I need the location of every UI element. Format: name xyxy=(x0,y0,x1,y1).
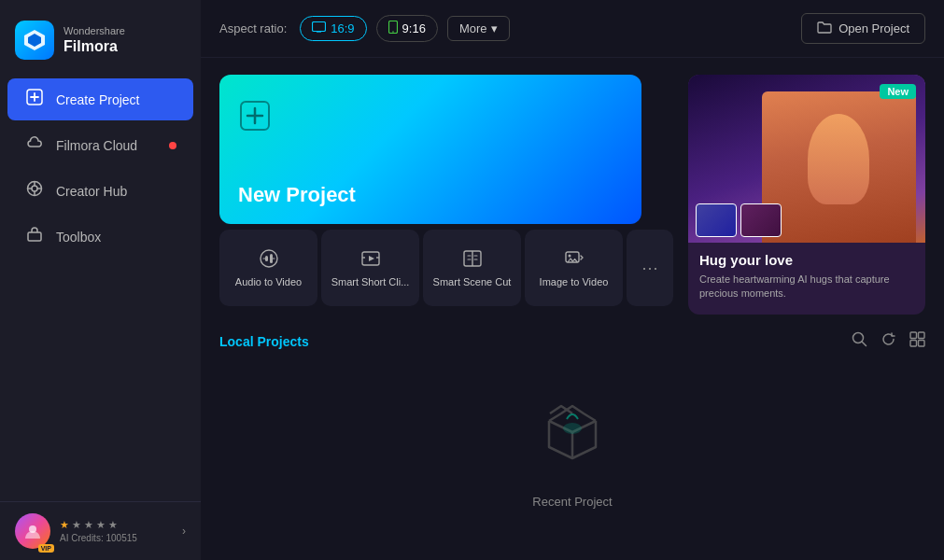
promo-image: New xyxy=(688,75,925,243)
toolbox-icon xyxy=(24,226,45,247)
mobile-icon xyxy=(388,21,398,36)
app-logo-icon xyxy=(15,21,54,60)
promo-card[interactable]: New Hug your love Create heartwarming AI… xyxy=(688,75,925,315)
aspect-ratio-169-button[interactable]: 16:9 xyxy=(300,16,366,41)
refresh-icon[interactable] xyxy=(881,331,896,352)
smart-scene-cut-icon xyxy=(462,248,483,271)
monitor-icon xyxy=(312,21,326,35)
empty-box-icon xyxy=(535,393,610,482)
promo-description: Create heartwarming AI hugs that capture… xyxy=(699,273,914,301)
user-area: VIP ★ ★ ★ ★ ★ AI Credits: 100515 › xyxy=(15,513,186,549)
promo-info: Hug your love Create heartwarming AI hug… xyxy=(688,243,925,311)
image-to-video-icon xyxy=(564,248,585,271)
svg-rect-28 xyxy=(910,332,917,339)
new-project-card[interactable]: New Project xyxy=(219,75,641,224)
promo-thumb-2 xyxy=(740,203,782,237)
feature-card-smart-scene-cut[interactable]: Smart Scene Cut xyxy=(423,230,521,306)
svg-point-14 xyxy=(392,31,394,33)
avatar: VIP xyxy=(15,513,50,549)
audio-to-video-icon xyxy=(259,248,279,271)
empty-state-text: Recent Project xyxy=(532,495,612,509)
app-name: Filmora xyxy=(63,38,125,55)
local-projects-header: Local Projects xyxy=(219,331,925,352)
svg-rect-9 xyxy=(28,232,41,241)
open-project-button[interactable]: Open Project xyxy=(801,13,925,44)
local-projects-title: Local Projects xyxy=(219,334,309,349)
credits-icons: ★ ★ ★ ★ ★ xyxy=(60,519,137,531)
more-features-icon: ⋯ xyxy=(641,258,658,278)
create-project-label: Create Project xyxy=(56,92,139,107)
left-column: New Project Audio to Vide xyxy=(219,75,673,315)
promo-thumb-1 xyxy=(696,203,737,237)
open-project-label: Open Project xyxy=(838,21,909,35)
logo-text: Wondershare Filmora xyxy=(63,25,125,54)
more-features-card[interactable]: ⋯ xyxy=(627,230,673,306)
vip-badge: VIP xyxy=(38,544,54,553)
sidebar-bottom: VIP ★ ★ ★ ★ ★ AI Credits: 100515 › xyxy=(0,501,201,560)
sidebar-item-create-project[interactable]: Create Project xyxy=(7,78,193,120)
smart-short-clip-icon xyxy=(360,248,381,271)
logo-area: Wondershare Filmora xyxy=(0,7,201,77)
aspect-916-label: 9:16 xyxy=(402,21,426,35)
credits-text: AI Credits: 100515 xyxy=(60,533,137,543)
promo-dots xyxy=(688,311,925,315)
new-project-label: New Project xyxy=(238,183,356,207)
feature-card-audio-to-video[interactable]: Audio to Video xyxy=(219,230,317,306)
promo-title: Hug your love xyxy=(699,252,914,268)
creator-hub-icon xyxy=(24,180,45,202)
aspect-169-label: 16:9 xyxy=(331,21,354,35)
local-projects-actions xyxy=(852,331,925,352)
sidebar-item-toolbox[interactable]: Toolbox xyxy=(7,216,193,258)
smart-scene-cut-label: Smart Scene Cut xyxy=(433,276,512,287)
more-button[interactable]: More ▾ xyxy=(447,16,510,41)
brand-name: Wondershare xyxy=(63,25,125,37)
svg-point-25 xyxy=(568,255,571,258)
create-project-icon xyxy=(24,89,45,110)
topbar: Aspect ratio: 16:9 9:16 More ▾ xyxy=(201,0,944,58)
svg-point-4 xyxy=(32,186,37,191)
svg-rect-29 xyxy=(919,332,925,339)
svg-rect-11 xyxy=(313,22,326,32)
svg-rect-31 xyxy=(919,341,925,347)
feature-card-smart-short-clip[interactable]: Smart Short Cli... xyxy=(321,230,419,306)
search-icon[interactable] xyxy=(852,331,867,352)
sidebar-item-filmora-cloud[interactable]: Filmora Cloud xyxy=(7,124,193,166)
aspect-ratio-label: Aspect ratio: xyxy=(219,21,287,35)
chevron-down-icon: ▾ xyxy=(491,21,498,35)
new-project-plus-icon xyxy=(240,101,270,137)
promo-small-images xyxy=(696,203,782,237)
top-row: New Project Audio to Vide xyxy=(219,75,925,315)
content-area: New Project Audio to Vide xyxy=(201,58,944,560)
feature-cards-row: Audio to Video Smart Short Cli... xyxy=(219,230,673,306)
folder-icon xyxy=(817,21,832,36)
toolbox-label: Toolbox xyxy=(56,230,101,245)
audio-to-video-label: Audio to Video xyxy=(235,276,302,287)
image-to-video-label: Image to Video xyxy=(540,276,609,287)
arrow-icon[interactable]: › xyxy=(182,525,186,538)
cloud-icon xyxy=(24,134,45,156)
svg-line-27 xyxy=(862,342,867,346)
sidebar: Wondershare Filmora Create Project Filmo… xyxy=(0,0,201,560)
feature-card-image-to-video[interactable]: Image to Video xyxy=(525,230,623,306)
svg-point-32 xyxy=(563,423,582,434)
main-content: Aspect ratio: 16:9 9:16 More ▾ xyxy=(201,0,944,560)
sidebar-item-creator-hub[interactable]: Creator Hub xyxy=(7,170,193,212)
creator-hub-label: Creator Hub xyxy=(56,184,127,199)
credits-area: ★ ★ ★ ★ ★ AI Credits: 100515 xyxy=(60,519,137,543)
empty-state: Recent Project xyxy=(219,365,925,518)
svg-rect-30 xyxy=(910,341,917,347)
new-badge: New xyxy=(880,84,916,99)
filmora-cloud-label: Filmora Cloud xyxy=(56,138,137,153)
more-label: More xyxy=(459,21,487,35)
aspect-ratio-916-button[interactable]: 9:16 xyxy=(376,15,438,42)
notification-dot xyxy=(169,142,176,149)
grid-view-icon[interactable] xyxy=(909,331,925,352)
smart-short-clip-label: Smart Short Cli... xyxy=(331,276,410,287)
